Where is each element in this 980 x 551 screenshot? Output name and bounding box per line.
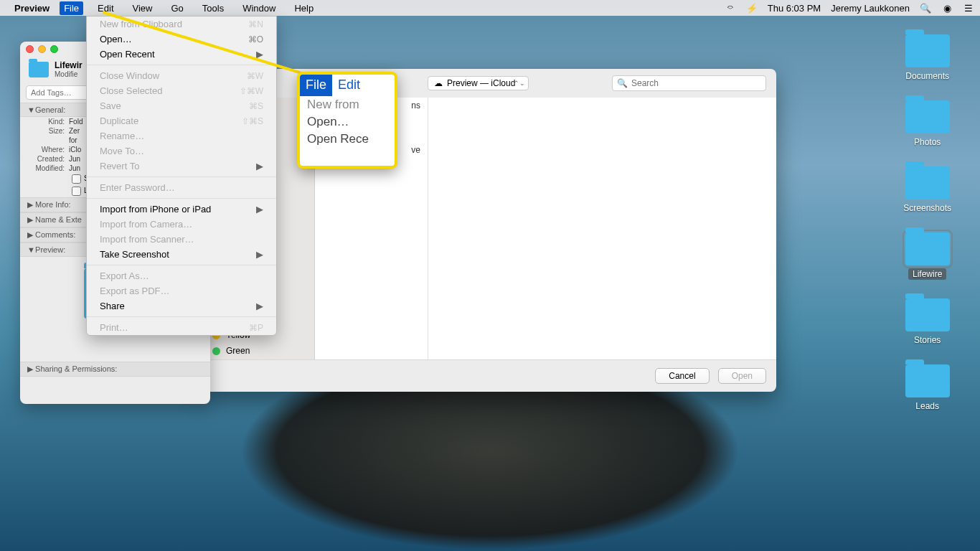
desktop-folder-screenshots[interactable]: Screenshots — [899, 166, 956, 214]
minimize-icon[interactable] — [38, 45, 46, 53]
callout-item: New from — [300, 96, 395, 113]
tag-green[interactable]: Green — [202, 343, 314, 359]
menu-item-close-window: Close Window⌘W — [87, 68, 276, 83]
folder-icon — [905, 100, 950, 133]
icloud-icon: ☁︎ — [434, 78, 443, 88]
menu-item-take-screenshot[interactable]: Take Screenshot▶ — [87, 247, 276, 262]
menubar: Preview File Edit View Go Tools Window H… — [0, 0, 980, 16]
user-name[interactable]: Jeremy Laukkonen — [831, 3, 910, 14]
info-subtitle: Modifie — [55, 70, 83, 78]
folder-icon — [905, 232, 950, 265]
menu-item-export-as-pdf-: Export as PDF… — [87, 283, 276, 298]
menu-item-move-to-: Move To… — [87, 143, 276, 159]
menu-file[interactable]: File — [60, 1, 83, 15]
menu-item-open-[interactable]: Open…⌘O — [87, 32, 276, 47]
menu-item-duplicate: Duplicate⇧⌘S — [87, 113, 276, 128]
search-icon: 🔍 — [617, 78, 628, 88]
desktop-folder-lifewire[interactable]: Lifewire — [905, 232, 950, 280]
menu-tools[interactable]: Tools — [198, 1, 228, 15]
cancel-button[interactable]: Cancel — [655, 368, 709, 384]
menu-item-new-from-clipboard: New from Clipboard⌘N — [87, 17, 276, 32]
callout-file: File — [300, 75, 332, 96]
folder-icon — [29, 62, 49, 77]
info-title: Lifewir — [55, 60, 83, 70]
menu-item-save: Save⌘S — [87, 98, 276, 113]
menu-item-import-from-camera-: Import from Camera… — [87, 217, 276, 232]
folder-label: Leads — [911, 400, 943, 412]
menu-item-import-from-scanner-: Import from Scanner… — [87, 232, 276, 247]
menu-item-print-: Print…⌘P — [87, 320, 276, 335]
menu-item-rename-: Rename… — [87, 128, 276, 143]
annotation-callout: File Edit New from Open… Open Rece — [297, 72, 397, 169]
menu-item-close-selected: Close Selected⇧⌘W — [87, 83, 276, 98]
folder-icon — [905, 166, 950, 199]
folder-icon — [905, 34, 950, 67]
callout-item: Open Rece — [300, 131, 395, 148]
file-list-column-2[interactable] — [428, 98, 776, 359]
spotlight-icon[interactable]: 🔍 — [920, 3, 931, 14]
folder-label: Documents — [901, 70, 953, 82]
folder-icon — [905, 364, 950, 397]
menu-view[interactable]: View — [128, 1, 157, 15]
locked-checkbox[interactable] — [72, 187, 81, 196]
section-sharing[interactable]: ▶ Sharing & Permissions: — [20, 362, 210, 377]
desktop-folder-photos[interactable]: Photos — [905, 100, 950, 148]
desktop-folder-stories[interactable]: Stories — [905, 298, 950, 346]
folder-label: Stories — [910, 334, 945, 346]
menu-item-export-as-: Export As… — [87, 268, 276, 283]
folder-label: Screenshots — [899, 202, 956, 214]
search-input[interactable] — [612, 75, 766, 91]
desktop-icons: DocumentsPhotosScreenshotsLifewireStorie… — [899, 34, 956, 412]
desktop-folder-leads[interactable]: Leads — [905, 364, 950, 412]
menu-window[interactable]: Window — [238, 1, 280, 15]
menu-go[interactable]: Go — [166, 1, 187, 15]
file-menu-dropdown: New from Clipboard⌘NOpen…⌘OOpen Recent▶C… — [86, 16, 277, 336]
battery-icon[interactable]: ⚡ — [746, 3, 758, 14]
folder-label: Lifewire — [908, 268, 946, 280]
open-dialog: ☁︎ Preview — iCloud 🔍 Yellow Green ns ve… — [202, 69, 776, 392]
shared-checkbox[interactable] — [72, 174, 81, 184]
folder-icon — [905, 298, 950, 331]
menu-item-import-from-iphone-or-ipad[interactable]: Import from iPhone or iPad▶ — [87, 202, 276, 217]
menu-item-revert-to: Revert To▶ — [87, 159, 276, 174]
callout-edit: Edit — [332, 75, 366, 96]
menu-item-enter-password-: Enter Password… — [87, 180, 276, 195]
location-popup[interactable]: ☁︎ Preview — iCloud — [428, 76, 529, 90]
menu-item-open-recent[interactable]: Open Recent▶ — [87, 47, 276, 62]
menu-item-share[interactable]: Share▶ — [87, 298, 276, 314]
notification-center-icon[interactable]: ☰ — [963, 3, 974, 14]
open-button[interactable]: Open — [718, 368, 766, 384]
zoom-icon[interactable] — [50, 45, 58, 53]
location-label: Preview — iCloud — [447, 78, 515, 88]
wifi-icon[interactable]: ⌔ — [725, 3, 736, 14]
close-icon[interactable] — [26, 45, 34, 53]
desktop-folder-documents[interactable]: Documents — [901, 34, 953, 82]
menu-help[interactable]: Help — [290, 1, 318, 15]
app-name[interactable]: Preview — [14, 3, 50, 14]
siri-icon[interactable]: ◉ — [941, 3, 953, 14]
clock[interactable]: Thu 6:03 PM — [768, 3, 821, 14]
folder-label: Photos — [910, 136, 945, 148]
callout-item: Open… — [300, 113, 395, 131]
